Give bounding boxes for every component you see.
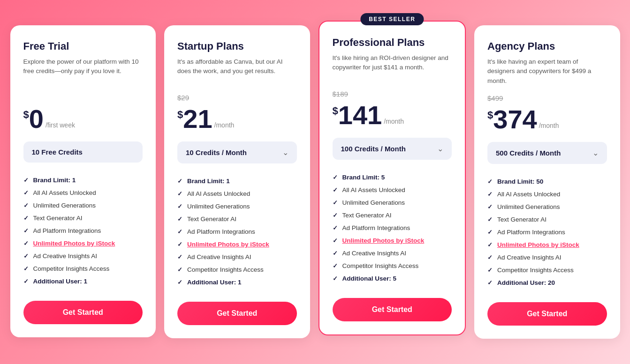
features-list: ✓ Brand Limit: 1 ✓ All AI Assets Unlocke… (23, 174, 143, 288)
get-started-button[interactable]: Get Started (333, 298, 452, 321)
check-icon: ✓ (23, 253, 29, 260)
check-icon: ✓ (333, 186, 338, 193)
check-icon: ✓ (487, 267, 493, 274)
feature-item: ✓ Unlimited Generations (23, 199, 143, 212)
get-started-button[interactable]: Get Started (23, 301, 143, 324)
feature-item: ✓ Unlimited Photos by iStock (23, 237, 143, 250)
feature-text: Ad Platform Integrations (33, 227, 101, 234)
plan-card-startup: Startup Plans It's as affordable as Canv… (164, 25, 310, 338)
check-icon: ✓ (177, 279, 182, 286)
feature-item: ✓ Unlimited Photos by iStock (177, 238, 297, 251)
check-icon: ✓ (333, 237, 338, 244)
price-dollar-sign: $ (487, 110, 493, 120)
check-icon: ✓ (177, 266, 182, 273)
credits-selector[interactable]: 500 Credits / Month ⌄ (487, 142, 607, 164)
feature-text: Unlimited Generations (342, 199, 405, 206)
check-icon: ✓ (177, 228, 182, 235)
check-icon: ✓ (177, 190, 182, 197)
price-amount: 21 (183, 106, 212, 132)
feature-text: Brand Limit: 1 (187, 178, 230, 185)
feature-text: Text Generator AI (342, 212, 392, 219)
original-price: $29 (177, 94, 297, 104)
feature-text: Ad Creative Insights AI (342, 250, 407, 257)
feature-item: ✓ Ad Platform Integrations (177, 225, 297, 238)
check-icon: ✓ (487, 191, 493, 198)
feature-text: Ad Platform Integrations (187, 228, 255, 235)
credits-selector[interactable]: 10 Credits / Month ⌄ (177, 141, 297, 163)
feature-item: ✓ Ad Platform Integrations (487, 226, 607, 238)
feature-text: All AI Assets Unlocked (497, 191, 560, 198)
feature-text: Brand Limit: 1 (33, 177, 76, 184)
feature-item: ✓ All AI Assets Unlocked (177, 187, 297, 200)
original-price: $189 (333, 90, 452, 100)
check-icon: ✓ (333, 275, 338, 282)
feature-text: Unlimited Photos by iStock (342, 237, 425, 244)
feature-item: ✓ Competitor Insights Access (177, 263, 297, 276)
feature-text: Unlimited Photos by iStock (497, 241, 579, 248)
original-price: $499 (487, 94, 607, 104)
feature-text: Competitor Insights Access (342, 262, 419, 269)
price-amount: 374 (493, 106, 537, 133)
dropdown-icon: ⌄ (282, 148, 288, 157)
price-row: $ 0 /first week (23, 106, 143, 132)
feature-text: Competitor Insights Access (33, 265, 110, 272)
feature-item: ✓ Additional User: 5 (333, 272, 452, 285)
check-icon: ✓ (177, 203, 182, 210)
price-period: /month (539, 122, 559, 129)
plan-description: It's like having an expert team of desig… (487, 57, 607, 86)
feature-text: Additional User: 1 (187, 279, 242, 286)
feature-item: ✓ Ad Creative Insights AI (23, 250, 143, 262)
feature-item: ✓ Ad Platform Integrations (333, 222, 452, 234)
plan-description: It's as affordable as Canva, but our AI … (177, 57, 297, 85)
credits-label: 500 Credits / Month (496, 149, 561, 157)
feature-text: All AI Assets Unlocked (342, 186, 405, 193)
check-icon: ✓ (487, 241, 493, 248)
price-period: /month (214, 122, 235, 128)
check-icon: ✓ (487, 216, 493, 223)
check-icon: ✓ (177, 253, 182, 260)
check-icon: ✓ (487, 229, 493, 236)
feature-text: All AI Assets Unlocked (33, 189, 96, 196)
get-started-button[interactable]: Get Started (177, 302, 297, 325)
feature-text: Text Generator AI (497, 216, 547, 223)
credits-label: 10 Credits / Month (186, 149, 247, 156)
plan-title: Free Trial (23, 40, 143, 52)
feature-item: ✓ Unlimited Generations (333, 196, 452, 209)
credits-selector[interactable]: 10 Free Credits (23, 141, 143, 163)
check-icon: ✓ (23, 278, 29, 285)
price-amount: 141 (338, 102, 382, 128)
check-icon: ✓ (487, 254, 493, 261)
feature-text: Brand Limit: 5 (342, 174, 385, 181)
best-seller-badge: BEST SELLER (360, 13, 424, 25)
check-icon: ✓ (23, 240, 29, 247)
feature-item: ✓ Unlimited Generations (177, 200, 297, 213)
feature-text: Unlimited Generations (497, 203, 560, 210)
plan-card-agency: Agency Plans It's like having an expert … (474, 25, 620, 339)
feature-text: Additional User: 20 (497, 279, 555, 286)
feature-item: ✓ All AI Assets Unlocked (23, 186, 143, 199)
feature-item: ✓ Text Generator AI (23, 212, 143, 224)
check-icon: ✓ (23, 227, 29, 234)
feature-item: ✓ Text Generator AI (487, 213, 607, 226)
check-icon: ✓ (487, 203, 493, 210)
check-icon: ✓ (177, 178, 182, 185)
credits-selector[interactable]: 100 Credits / Month ⌄ (333, 138, 452, 160)
feature-text: Unlimited Photos by iStock (187, 241, 269, 248)
feature-text: Text Generator AI (33, 215, 83, 222)
get-started-button[interactable]: Get Started (487, 302, 607, 326)
feature-item: ✓ Unlimited Photos by iStock (333, 234, 452, 247)
feature-item: ✓ Additional User: 1 (177, 276, 297, 289)
price-period: /month (384, 118, 404, 125)
check-icon: ✓ (23, 189, 29, 196)
credits-label: 10 Free Credits (32, 148, 83, 156)
feature-text: Ad Creative Insights AI (497, 254, 562, 261)
check-icon: ✓ (487, 279, 493, 286)
features-list: ✓ Brand Limit: 1 ✓ All AI Assets Unlocke… (177, 175, 297, 289)
feature-item: ✓ Unlimited Photos by iStock (487, 238, 607, 251)
check-icon: ✓ (333, 224, 338, 231)
price-dollar-sign: $ (177, 110, 183, 120)
price-row: $ 374 /month (487, 106, 607, 133)
features-list: ✓ Brand Limit: 5 ✓ All AI Assets Unlocke… (333, 171, 452, 285)
feature-text: Unlimited Generations (187, 203, 250, 210)
check-icon: ✓ (487, 178, 493, 185)
